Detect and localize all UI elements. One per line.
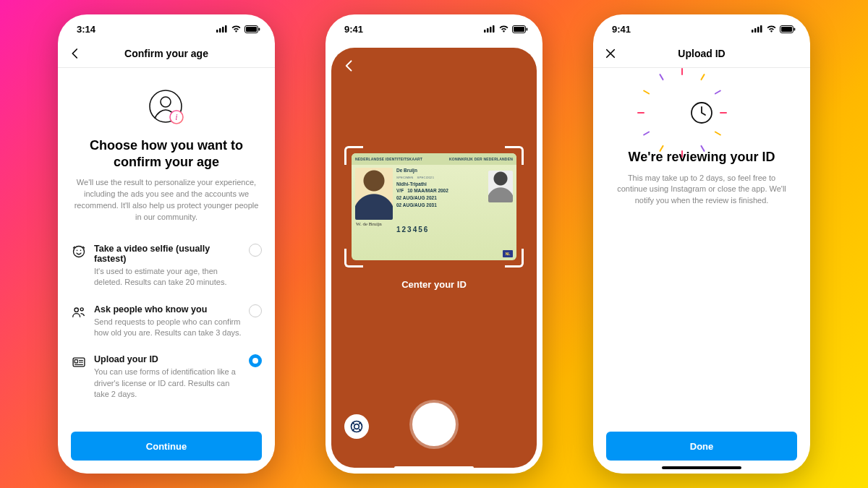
chevron-left-icon — [342, 59, 357, 73]
svg-point-14 — [80, 249, 82, 251]
svg-rect-5 — [246, 27, 257, 32]
id-issue: 02 AUG/AUG 2021 — [396, 195, 437, 200]
hero-clock-icon — [606, 91, 797, 134]
screen-content: i Choose how you want to confirm your ag… — [58, 68, 275, 474]
option-upload-id[interactable]: Upload your ID You can use forms of iden… — [71, 347, 262, 408]
id-dob: 10 MAA/MAR 2002 — [407, 188, 448, 193]
status-icons — [216, 25, 260, 33]
id-given-names: Nidhi-Tripathi — [396, 181, 427, 187]
radio-unselected[interactable] — [249, 244, 262, 257]
id-photo-secondary — [488, 171, 513, 202]
svg-rect-23 — [487, 28, 489, 33]
ray-icon — [659, 74, 664, 81]
close-icon — [604, 47, 617, 60]
screen-header: Upload ID — [593, 39, 810, 68]
scan-hint: Center your ID — [331, 279, 537, 290]
id-code: SPECI2021 — [417, 176, 435, 179]
option-video-selfie[interactable]: Take a video selfie (usually fastest) It… — [71, 236, 262, 297]
done-button[interactable]: Done — [606, 432, 797, 461]
option-desc: Send requests to people who can confirm … — [94, 317, 244, 339]
svg-rect-24 — [490, 27, 492, 33]
phone-confirm-age: 3:14 Confirm your age i Choose how you w… — [58, 14, 275, 474]
id-photo-primary — [355, 168, 393, 220]
phone-scan-id: 9:41 NEDERLANDSE IDENTITEITSKAART KONINK… — [326, 14, 542, 474]
ray-icon — [700, 74, 705, 81]
status-bar: 9:41 — [593, 14, 810, 39]
id-country-flag: NL — [503, 250, 513, 257]
id-header-right: KONINKRIJK DER NEDERLANDEN — [449, 157, 513, 161]
id-card-icon — [71, 354, 87, 369]
svg-rect-6 — [259, 27, 260, 30]
ray-icon — [643, 131, 650, 136]
status-time: 9:41 — [612, 24, 631, 35]
home-indicator[interactable] — [662, 466, 741, 469]
camera-viewfinder: NEDERLANDSE IDENTITEITSKAART KONINKRIJK … — [331, 48, 537, 468]
svg-point-8 — [161, 97, 171, 107]
header-title: Confirm your age — [124, 48, 208, 59]
ray-icon — [720, 112, 727, 114]
chevron-left-icon — [69, 47, 82, 60]
page-subtext: This may take up to 2 days, so feel free… — [606, 173, 797, 207]
screen-content: We're reviewing your ID This may take up… — [593, 68, 810, 474]
battery-icon — [244, 25, 260, 33]
svg-rect-37 — [794, 27, 796, 30]
option-desc: You can use forms of identification like… — [94, 367, 244, 400]
continue-button[interactable]: Continue — [71, 432, 262, 461]
video-selfie-icon — [71, 244, 87, 259]
id-fields: De Bruijn SPECIMEN SPECI2021 Nidhi-Tripa… — [396, 168, 485, 220]
svg-rect-36 — [781, 27, 792, 32]
id-sex: V/F — [396, 188, 404, 193]
page-subtext: We'll use the result to personalize your… — [71, 177, 262, 223]
svg-rect-34 — [760, 25, 762, 33]
svg-rect-0 — [216, 30, 218, 33]
svg-point-30 — [354, 424, 359, 429]
battery-icon — [512, 25, 528, 33]
option-label: Ask people who know you — [94, 304, 244, 314]
svg-rect-28 — [527, 27, 528, 30]
svg-rect-32 — [754, 28, 757, 33]
hero-profile-info-icon: i — [71, 87, 262, 127]
svg-rect-33 — [757, 27, 760, 33]
svg-rect-2 — [222, 27, 224, 33]
signal-icon — [484, 25, 495, 33]
status-time: 3:14 — [77, 24, 95, 35]
signal-icon — [752, 25, 763, 33]
svg-rect-22 — [484, 30, 486, 33]
svg-point-12 — [74, 246, 85, 257]
id-surname: De Bruijn — [396, 168, 417, 173]
id-header-left: NEDERLANDSE IDENTITEITSKAART — [355, 157, 422, 161]
screen-header: Confirm your age — [58, 39, 275, 68]
home-indicator[interactable] — [394, 466, 474, 469]
close-button[interactable] — [602, 45, 619, 62]
ray-icon — [715, 131, 722, 136]
signal-icon — [216, 25, 228, 33]
radio-unselected[interactable] — [249, 304, 262, 317]
status-icons — [752, 25, 796, 33]
option-ask-people[interactable]: Ask people who know you Send requests to… — [71, 297, 262, 348]
status-bar: 3:14 — [58, 14, 275, 39]
id-card-preview: NEDERLANDSE IDENTITEITSKAART KONINKRIJK … — [352, 153, 516, 260]
status-icons — [484, 25, 528, 33]
help-button[interactable] — [344, 414, 369, 439]
svg-rect-18 — [75, 360, 77, 363]
wifi-icon — [231, 25, 242, 33]
shutter-button[interactable] — [412, 403, 456, 446]
ray-icon — [715, 90, 722, 95]
svg-point-16 — [80, 307, 83, 310]
svg-point-15 — [75, 308, 78, 312]
svg-point-13 — [77, 249, 78, 251]
id-scan-frame: NEDERLANDSE IDENTITEITSKAART KONINKRIJK … — [347, 149, 521, 265]
battery-icon — [780, 25, 796, 33]
option-label: Upload your ID — [94, 354, 244, 364]
ray-icon — [681, 150, 683, 158]
back-button[interactable] — [67, 45, 84, 62]
page-heading: We're reviewing your ID — [606, 149, 797, 166]
back-button[interactable] — [339, 55, 360, 77]
svg-rect-25 — [493, 25, 495, 33]
svg-rect-27 — [514, 27, 524, 32]
option-desc: It's used to estimate your age, then del… — [94, 266, 244, 288]
svg-rect-1 — [219, 28, 221, 33]
status-bar: 9:41 — [326, 14, 542, 39]
wifi-icon — [498, 25, 509, 33]
clock-icon — [689, 100, 714, 125]
